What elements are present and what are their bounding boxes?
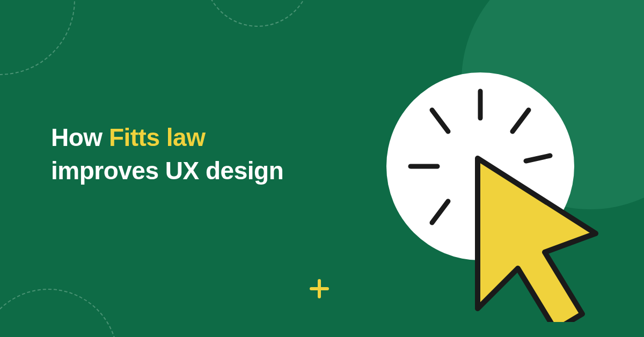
plus-icon xyxy=(309,278,330,299)
headline-part2: improves UX design xyxy=(51,157,283,185)
headline-part1: How xyxy=(51,123,109,151)
decorative-dashed-circle xyxy=(0,289,118,337)
page-title: How Fitts law improves UX design xyxy=(51,121,283,187)
decorative-dashed-circle xyxy=(0,0,75,75)
cursor-click-icon xyxy=(365,59,612,322)
headline-highlight: Fitts law xyxy=(109,123,206,151)
decorative-dashed-circle xyxy=(204,0,311,27)
